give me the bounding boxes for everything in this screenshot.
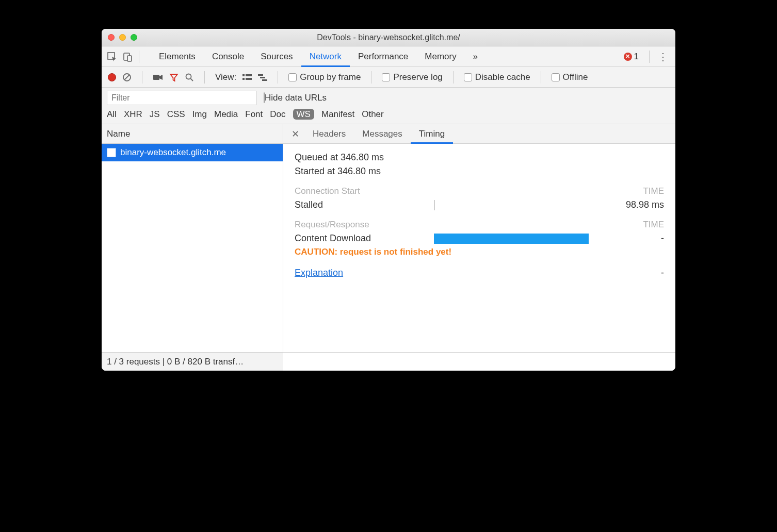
filter-type-js[interactable]: JS xyxy=(150,109,160,120)
stalled-row: Stalled 98.98 ms xyxy=(295,200,664,210)
filter-funnel-icon[interactable] xyxy=(169,73,179,82)
detail-tab-messages[interactable]: Messages xyxy=(354,124,410,144)
close-window-button[interactable] xyxy=(108,34,115,41)
content-download-bar xyxy=(434,234,607,244)
explanation-row: Explanation - xyxy=(295,268,664,278)
started-at: Started at 346.80 ms xyxy=(295,166,664,177)
panel-tabs: Elements Console Sources Network Perform… xyxy=(102,46,675,67)
explanation-value: - xyxy=(661,268,664,278)
stalled-label: Stalled xyxy=(295,200,434,210)
filter-type-img[interactable]: Img xyxy=(192,109,207,120)
inspect-element-icon[interactable] xyxy=(107,52,117,62)
filter-type-media[interactable]: Media xyxy=(214,109,238,120)
checkbox-icon xyxy=(552,73,560,81)
device-toggle-icon[interactable] xyxy=(122,52,133,62)
divider xyxy=(204,71,205,84)
divider xyxy=(139,51,139,63)
status-text: 1 / 3 requests | 0 B / 820 B transf… xyxy=(107,357,244,367)
tab-overflow[interactable]: » xyxy=(465,46,486,67)
divider xyxy=(541,71,541,84)
network-toolbar: View: Group by frame Preserve log Disabl… xyxy=(102,67,675,88)
time-header-label: TIME xyxy=(643,220,664,230)
svg-rect-2 xyxy=(127,56,132,61)
hide-data-urls-checkbox[interactable]: Hide data URLs xyxy=(264,93,327,103)
request-response-label: Request/Response xyxy=(295,220,369,230)
svg-rect-14 xyxy=(262,79,267,81)
detail-tabs: ✕ Headers Messages Timing xyxy=(283,124,675,144)
filter-type-all[interactable]: All xyxy=(107,109,117,120)
disable-cache-label: Disable cache xyxy=(475,72,530,82)
svg-rect-9 xyxy=(246,74,252,76)
close-detail-icon[interactable]: ✕ xyxy=(286,128,304,140)
group-by-frame-checkbox[interactable]: Group by frame xyxy=(288,72,361,82)
filter-type-manifest[interactable]: Manifest xyxy=(321,109,354,120)
document-icon xyxy=(107,148,116,157)
filter-type-font[interactable]: Font xyxy=(245,109,263,120)
window-title: DevTools - binary-websocket.glitch.me/ xyxy=(102,33,675,42)
kebab-menu-icon[interactable]: ⋮ xyxy=(656,51,670,63)
devtools-window: DevTools - binary-websocket.glitch.me/ E… xyxy=(102,29,675,371)
checkbox-icon xyxy=(464,73,472,81)
filter-input[interactable] xyxy=(107,91,256,105)
connection-section-header: Connection Start TIME xyxy=(295,186,664,196)
camera-icon[interactable] xyxy=(153,74,163,81)
filter-type-doc[interactable]: Doc xyxy=(270,109,285,120)
detail-tab-headers[interactable]: Headers xyxy=(304,124,354,144)
record-button[interactable] xyxy=(108,73,116,81)
minimize-window-button[interactable] xyxy=(119,34,126,41)
time-header-label: TIME xyxy=(643,186,664,196)
filter-type-other[interactable]: Other xyxy=(362,109,384,120)
svg-rect-8 xyxy=(242,74,245,76)
filter-types: All XHR JS CSS Img Media Font Doc WS Man… xyxy=(107,109,670,120)
content-download-row: Content Download - xyxy=(295,233,664,244)
caution-message: CAUTION: request is not finished yet! xyxy=(295,247,664,257)
request-detail-pane: ✕ Headers Messages Timing Queued at 346.… xyxy=(283,124,675,352)
filter-bar: Hide data URLs All XHR JS CSS Img Media … xyxy=(102,88,675,124)
traffic-lights xyxy=(102,34,137,41)
offline-checkbox[interactable]: Offline xyxy=(552,72,588,82)
tab-network[interactable]: Network xyxy=(301,46,350,67)
error-icon: ✕ xyxy=(624,53,632,61)
waterfall-icon[interactable] xyxy=(258,74,267,81)
clear-icon[interactable] xyxy=(122,73,132,82)
error-count-badge[interactable]: ✕ 1 xyxy=(624,52,639,62)
tab-memory[interactable]: Memory xyxy=(416,46,464,67)
filter-type-ws[interactable]: WS xyxy=(293,109,314,120)
divider xyxy=(371,71,371,84)
tab-performance[interactable]: Performance xyxy=(350,46,416,67)
svg-rect-12 xyxy=(258,74,263,76)
large-rows-icon[interactable] xyxy=(242,74,252,81)
search-icon[interactable] xyxy=(185,73,194,82)
timing-panel: Queued at 346.80 ms Started at 346.80 ms… xyxy=(283,144,675,287)
request-list-pane: Name binary-websocket.glitch.me xyxy=(102,124,283,352)
network-content: Name binary-websocket.glitch.me ✕ Header… xyxy=(102,124,675,352)
bottom-right-spacer xyxy=(283,352,675,371)
request-row[interactable]: binary-websocket.glitch.me xyxy=(102,144,283,161)
offline-label: Offline xyxy=(563,72,588,82)
tab-console[interactable]: Console xyxy=(204,46,252,67)
svg-point-6 xyxy=(186,74,191,79)
stalled-value: 98.98 ms xyxy=(607,200,664,210)
preserve-log-checkbox[interactable]: Preserve log xyxy=(382,72,442,82)
filter-type-xhr[interactable]: XHR xyxy=(124,109,142,120)
titlebar: DevTools - binary-websocket.glitch.me/ xyxy=(102,29,675,46)
tab-elements[interactable]: Elements xyxy=(151,46,204,67)
svg-rect-5 xyxy=(153,75,159,80)
svg-rect-13 xyxy=(260,77,265,78)
detail-tab-timing[interactable]: Timing xyxy=(411,124,453,144)
checkbox-icon xyxy=(288,73,297,81)
filter-type-css[interactable]: CSS xyxy=(167,109,185,120)
divider xyxy=(142,71,142,84)
svg-line-4 xyxy=(124,75,130,80)
tab-sources[interactable]: Sources xyxy=(252,46,301,67)
explanation-link[interactable]: Explanation xyxy=(295,268,343,278)
zoom-window-button[interactable] xyxy=(131,34,137,41)
hide-data-urls-label: Hide data URLs xyxy=(265,93,327,103)
queued-at: Queued at 346.80 ms xyxy=(295,152,664,163)
error-count: 1 xyxy=(634,52,639,62)
content-download-value: - xyxy=(607,233,664,244)
divider xyxy=(649,51,650,63)
disable-cache-checkbox[interactable]: Disable cache xyxy=(464,72,530,82)
connection-start-label: Connection Start xyxy=(295,186,360,196)
name-column-header[interactable]: Name xyxy=(102,124,283,144)
